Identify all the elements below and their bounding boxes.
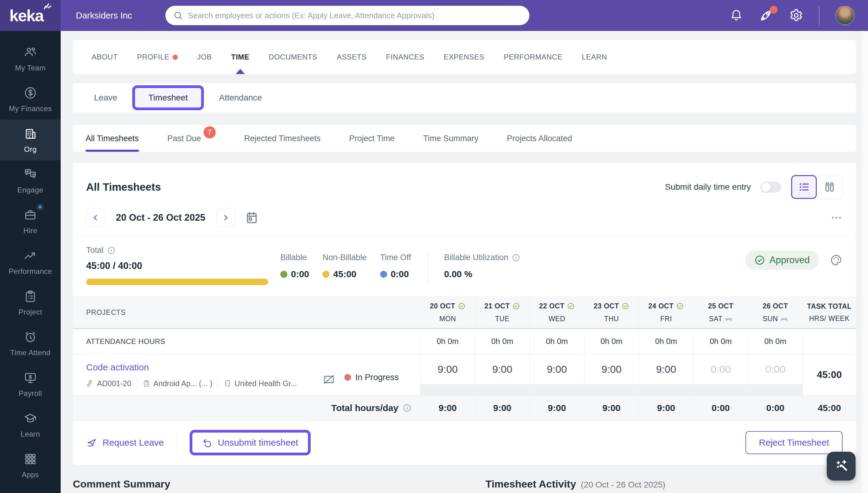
project-task-link[interactable]: Code activation bbox=[86, 362, 322, 372]
sidebar-label: My Team bbox=[15, 64, 45, 72]
project-row: Code activation AD001-20 Android Ap... (… bbox=[73, 354, 856, 395]
performance-trend-icon bbox=[23, 249, 37, 263]
tab-performance[interactable]: PERFORMANCE bbox=[504, 40, 562, 74]
hours-cell-weekend[interactable]: 0:00 bbox=[693, 354, 748, 384]
day-header: 20 OCT MON bbox=[420, 297, 475, 328]
total-info-icon[interactable] bbox=[107, 246, 116, 255]
activity-title: Timesheet Activity bbox=[485, 478, 576, 490]
project-code: AD001-20 bbox=[97, 379, 131, 388]
logo-text: keka bbox=[9, 6, 43, 25]
sidebar-item-learn[interactable]: Learn bbox=[0, 404, 61, 445]
topbar-divider bbox=[819, 6, 820, 25]
sidebar-item-project[interactable]: Project bbox=[0, 282, 61, 323]
day-header-weekend: 25 OCT SAT bbox=[693, 297, 748, 328]
utilization-value: 0.00 % bbox=[444, 269, 520, 279]
tab-all-timesheets[interactable]: All Timesheets bbox=[86, 125, 139, 152]
tab-finances[interactable]: FINANCES bbox=[386, 40, 424, 74]
org-building-icon bbox=[23, 127, 37, 141]
unsubmit-timesheet-button[interactable]: Unsubmit timesheet bbox=[190, 430, 311, 455]
billable-label: Billable bbox=[280, 253, 309, 262]
search-input[interactable] bbox=[188, 11, 521, 20]
utilization-info-icon[interactable] bbox=[512, 254, 520, 262]
tab-rejected-timesheets[interactable]: Rejected Timesheets bbox=[244, 125, 321, 152]
tab-job[interactable]: JOB bbox=[197, 40, 212, 74]
sidebar-item-time-attend[interactable]: Time Attend bbox=[0, 323, 61, 364]
tab-attendance[interactable]: Attendance bbox=[209, 93, 272, 103]
submit-daily-toggle[interactable] bbox=[761, 182, 781, 192]
comment-summary-title: Comment Summary bbox=[73, 478, 455, 490]
payroll-monitor-icon bbox=[23, 371, 37, 385]
tab-about[interactable]: ABOUT bbox=[92, 40, 118, 74]
reject-timesheet-button[interactable]: Reject Timesheet bbox=[745, 431, 843, 454]
sidebar-item-org[interactable]: Org bbox=[0, 120, 61, 160]
notifications-bell-icon[interactable] bbox=[730, 9, 743, 22]
page-scrollbar[interactable] bbox=[861, 31, 868, 493]
tab-learn[interactable]: LEARN bbox=[582, 40, 607, 74]
list-view-button[interactable] bbox=[791, 175, 817, 199]
hours-cell[interactable]: 9:00 bbox=[421, 354, 475, 384]
totals-label: Total hours/day bbox=[331, 403, 398, 413]
topbar-actions bbox=[730, 6, 868, 25]
tab-time-summary[interactable]: Time Summary bbox=[423, 125, 478, 152]
timesheet-table-header: PROJECTS 20 OCT MON 21 OCT TUE 22 OCT WE… bbox=[73, 297, 856, 329]
settings-gear-icon[interactable] bbox=[789, 8, 803, 22]
tab-assets[interactable]: ASSETS bbox=[337, 40, 366, 74]
ai-assistant-wand-button[interactable] bbox=[827, 452, 855, 480]
day-total: 9:00 bbox=[602, 403, 620, 413]
utilization-label: Billable Utilization bbox=[444, 253, 509, 262]
totals-info-icon[interactable] bbox=[403, 404, 412, 412]
request-leave-button[interactable]: Request Leave bbox=[86, 437, 164, 448]
tab-profile[interactable]: PROFILE bbox=[137, 40, 178, 74]
day-total: 9:00 bbox=[438, 403, 457, 413]
board-view-button[interactable] bbox=[817, 175, 842, 199]
tab-timesheet[interactable]: Timesheet bbox=[132, 85, 204, 110]
week-navigation: 20 Oct - 26 Oct 2025 bbox=[73, 201, 856, 236]
sidebar-item-apps[interactable]: Apps bbox=[0, 445, 61, 486]
hire-badge bbox=[37, 204, 43, 210]
status-badge: Approved bbox=[745, 251, 819, 270]
next-week-button[interactable] bbox=[216, 208, 235, 227]
tab-projects-allocated[interactable]: Projects Allocated bbox=[507, 125, 572, 152]
day-total: 9:00 bbox=[493, 403, 511, 413]
whats-new-rocket-icon[interactable] bbox=[759, 8, 773, 23]
profile-alert-dot bbox=[173, 55, 178, 60]
list-view-icon bbox=[798, 180, 810, 193]
day-total: 9:00 bbox=[548, 403, 566, 413]
user-avatar[interactable] bbox=[835, 6, 855, 25]
hours-cell-weekend[interactable]: 0:00 bbox=[748, 354, 802, 384]
keka-logo[interactable]: keka bbox=[0, 0, 61, 31]
global-search[interactable] bbox=[165, 6, 529, 25]
time-module-tabs: Leave Timesheet Attendance bbox=[73, 83, 856, 112]
sidebar-item-my-team[interactable]: My Team bbox=[0, 38, 61, 79]
task-total-header: TASK TOTAL HRS/ WEEK bbox=[802, 297, 856, 328]
magic-wand-icon bbox=[833, 458, 849, 474]
tab-project-time[interactable]: Project Time bbox=[349, 125, 395, 152]
engage-chat-icon bbox=[23, 167, 37, 181]
sidebar-item-my-finances[interactable]: My Finances bbox=[0, 79, 61, 120]
sidebar-label: Payroll bbox=[19, 389, 42, 398]
approved-check-icon bbox=[754, 255, 765, 265]
tab-past-due[interactable]: Past Due7 bbox=[168, 125, 216, 152]
non-billable-icon[interactable] bbox=[322, 373, 335, 386]
main-content: ABOUT PROFILE JOB TIME DOCUMENTS ASSETS … bbox=[61, 31, 868, 493]
hours-cell[interactable]: 9:00 bbox=[584, 354, 639, 384]
tab-documents[interactable]: DOCUMENTS bbox=[269, 40, 317, 74]
palette-icon[interactable] bbox=[830, 254, 843, 266]
total-hours-value: 45:00 / 40:00 bbox=[86, 260, 280, 272]
sidebar-label: Time Attend bbox=[10, 348, 51, 357]
tab-expenses[interactable]: EXPENSES bbox=[444, 40, 484, 74]
hours-cell[interactable]: 9:00 bbox=[475, 354, 529, 384]
hours-cell[interactable]: 9:00 bbox=[530, 354, 584, 384]
calendar-icon[interactable] bbox=[245, 211, 259, 224]
tab-leave[interactable]: Leave bbox=[84, 93, 128, 103]
previous-week-button[interactable] bbox=[86, 208, 105, 227]
totals-row: Total hours/day 9:00 9:00 9:00 9:00 9:00… bbox=[73, 395, 856, 421]
tab-time[interactable]: TIME bbox=[231, 40, 249, 74]
sidebar-item-hire[interactable]: Hire bbox=[0, 201, 61, 242]
sidebar-item-payroll[interactable]: Payroll bbox=[0, 364, 61, 404]
sidebar-item-engage[interactable]: Engage bbox=[0, 160, 61, 201]
more-options-icon[interactable] bbox=[830, 212, 843, 224]
week-summary: Total 45:00 / 40:00 Billable 0:00 Non-Bi… bbox=[73, 236, 856, 297]
hours-cell[interactable]: 9:00 bbox=[639, 354, 693, 384]
sidebar-item-performance[interactable]: Performance bbox=[0, 242, 61, 282]
